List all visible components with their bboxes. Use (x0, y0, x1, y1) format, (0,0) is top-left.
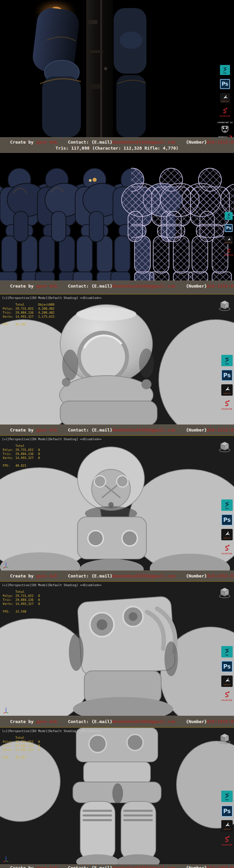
credit-bar-3: Create bygunn Goh Contact:{E.mail}Wooden… (0, 425, 234, 435)
zbrush-icon: ZBRUSH (225, 236, 233, 244)
viewport-statistics: TotalObject009 Polys:29,731,6524,208,402… (3, 303, 55, 327)
viewcube[interactable] (218, 586, 231, 599)
3dsmax-icon: MAX (221, 355, 233, 366)
credit-bar-1: Create bygunn Goh Contact:{E.mail}Wooden… (0, 137, 234, 153)
photoshop-icon: Ps (220, 79, 230, 89)
viewport-back-top-detail: [+][Perspective][DX Mode][Default Shadin… (0, 581, 234, 716)
credit-bar-6: Create bygunn Goh Contact:{E.mail}Wooden… (0, 864, 234, 868)
3dsmax-icon: MAX (221, 499, 233, 511)
substance-painter-icon: PAINTER (221, 690, 233, 702)
3dsmax-icon: MAX (221, 791, 233, 802)
credit-bar-4: Create bygunn Goh Contact:{E.mail}Wooden… (0, 570, 234, 581)
world-axis-icon (3, 707, 9, 714)
credit-line: Create bygunn Goh Contact:{E.mail}Wooden… (0, 137, 234, 145)
world-axis-icon (3, 856, 9, 862)
number-bracket: {Number} (186, 139, 207, 145)
render-art-montage (0, 153, 234, 281)
3dsmax-icon: MAX (221, 646, 233, 657)
contact-label: Contact: (68, 139, 89, 145)
viewport-front-upper-body: [+][Perspective][DX Mode][Default Shadin… (0, 435, 234, 570)
render-art-legs-rifle (0, 0, 234, 137)
viewport-label[interactable]: [+][Perspective][DX Mode][Default Shadin… (2, 730, 102, 733)
zbrush-icon: ZBRUSH (220, 93, 230, 103)
phone-value: 010-2353-9564 (207, 139, 234, 145)
world-axis-icon (3, 562, 9, 568)
software-stack: MAX Ps ZBRUSH PAINTER (221, 355, 233, 414)
viewport-label[interactable]: [+][Perspective][DX Mode][Default Shadin… (2, 296, 102, 300)
viewport-statistics: Total Polys:29,731,6520 Tris:29,884,1360… (3, 444, 40, 468)
substance-painter-icon: PAINTER (220, 107, 230, 117)
marmoset-toolbag-badge: rendered in MARMOSET TOOLBAG 2 (217, 121, 233, 137)
zbrush-icon: ZBRUSH (221, 820, 233, 832)
3dsmax-icon: MAX (220, 65, 230, 75)
software-stack: MAX Ps ZBRUSH PAINTER (225, 212, 233, 260)
3dsmax-icon: MAX (225, 212, 233, 220)
substance-painter-icon: PAINTER (221, 544, 233, 555)
photoshop-icon: Ps (221, 514, 233, 526)
author-name: gunn Goh (36, 139, 57, 145)
viewport-back-full-body: [+][Perspective][DX Mode][Default Shadin… (0, 727, 234, 864)
credit-bar-5: Create bygunn Goh Contact:{E.mail}Wooden… (0, 716, 234, 727)
viewcube[interactable] (218, 732, 231, 745)
zbrush-icon: ZBRUSH (221, 529, 233, 540)
software-stack: MAX Ps ZBRUSH PAINTER rendered in MARMOS… (217, 65, 233, 137)
viewcube[interactable] (218, 440, 231, 453)
substance-painter-icon: PAINTER (225, 248, 233, 256)
viewport-statistics: Total Polys:29,731,6520 Tris:29,884,1360… (3, 736, 40, 760)
viewport-statistics: Total Polys:29,731,6520 Tris:29,884,1360… (3, 590, 40, 614)
zbrush-icon: ZBRUSH (221, 384, 233, 396)
viewport-label[interactable]: [+][Perspective][DX Mode][Default Shadin… (2, 584, 102, 587)
substance-painter-icon: PAINTER (221, 399, 233, 410)
email-bracket: {E.mail} (92, 139, 113, 145)
substance-painter-icon: PAINTER (221, 835, 233, 846)
render-turnaround-wireframe: MAX Ps ZBRUSH PAINTER (0, 153, 234, 281)
email-value: Woodenhand1985@gmail.com (112, 139, 175, 145)
render-beauty-legs-rifle: MAX Ps ZBRUSH PAINTER rendered in MARMOS… (0, 0, 234, 137)
photoshop-icon: Ps (221, 805, 233, 817)
viewcube[interactable] (218, 299, 231, 312)
software-stack: MAX Ps ZBRUSH PAINTER (221, 791, 233, 849)
marmoset-skull-icon (220, 125, 230, 134)
photoshop-icon: Ps (225, 224, 233, 232)
credit-bar-2: Create bygunn Goh Contact:{E.mail}Wooden… (0, 281, 234, 294)
software-stack: MAX Ps ZBRUSH PAINTER (221, 646, 233, 705)
photoshop-icon: Ps (221, 661, 233, 672)
portfolio-sheet: MAX Ps ZBRUSH PAINTER rendered in MARMOS… (0, 0, 234, 868)
software-stack: MAX Ps ZBRUSH PAINTER (221, 499, 233, 558)
viewport-label[interactable]: [+][Perspective][DX Mode][Default Shadin… (2, 437, 102, 441)
zbrush-icon: ZBRUSH (221, 676, 233, 687)
viewport-helmet-closeup: [+][Perspective][DX Mode][Default Shadin… (0, 294, 234, 425)
photoshop-icon: Ps (221, 370, 233, 381)
create-by-label: Create by (10, 139, 33, 145)
tris-count-line: Tris: 117,098 (Character: 112,328 Rifle:… (0, 146, 234, 151)
